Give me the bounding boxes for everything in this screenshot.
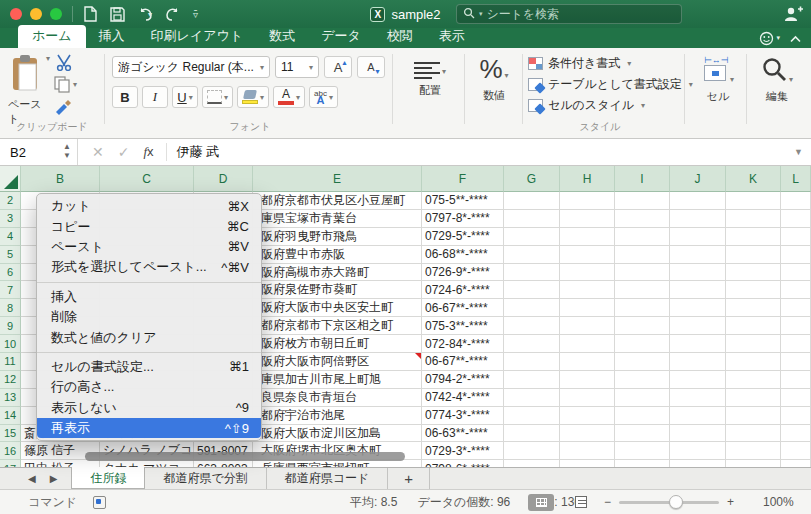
cell[interactable] <box>781 281 811 299</box>
cut-button[interactable] <box>54 54 74 71</box>
cell[interactable]: 0729-3*-**** <box>422 442 504 460</box>
cell[interactable]: 06-67**-**** <box>422 353 504 371</box>
minimize-window-button[interactable] <box>30 8 42 20</box>
save-icon[interactable] <box>110 7 125 22</box>
cell[interactable] <box>726 210 781 228</box>
zoom-slider-knob[interactable] <box>669 495 683 509</box>
ribbon-tab[interactable]: ホーム <box>18 25 86 48</box>
zoom-in-button[interactable]: + <box>727 495 734 509</box>
cell[interactable] <box>670 425 726 443</box>
sheet-nav-right-icon[interactable]: ▶ <box>50 473 58 484</box>
select-all-corner[interactable] <box>0 166 21 192</box>
cell[interactable] <box>560 264 615 282</box>
cell[interactable] <box>615 210 670 228</box>
cell[interactable] <box>560 299 615 317</box>
enter-icon[interactable]: ✓ <box>118 144 130 160</box>
zoom-slider[interactable] <box>619 501 719 504</box>
edit-button[interactable]: ▾ 編集 <box>752 56 802 104</box>
cell[interactable] <box>781 210 811 228</box>
row-header[interactable]: 14 <box>0 407 21 425</box>
cell[interactable] <box>670 460 726 467</box>
add-sheet-button[interactable]: + <box>388 468 430 489</box>
feedback-smiley-icon[interactable]: ▾ <box>759 31 780 46</box>
cell[interactable] <box>670 299 726 317</box>
cell[interactable]: 阪府羽曳野市飛鳥 <box>253 228 422 246</box>
cell[interactable] <box>615 407 670 425</box>
cell[interactable] <box>615 228 670 246</box>
cell[interactable] <box>781 407 811 425</box>
zoom-out-button[interactable]: − <box>604 495 611 509</box>
cell[interactable]: 田中 松子 <box>21 460 100 467</box>
cancel-icon[interactable]: ✕ <box>92 144 104 160</box>
cell[interactable] <box>560 317 615 335</box>
cell[interactable] <box>504 389 560 407</box>
cell[interactable] <box>615 335 670 353</box>
cell[interactable] <box>560 460 615 467</box>
italic-button[interactable]: I <box>142 86 168 108</box>
sheet-tab[interactable]: 都道府県で分割 <box>145 468 266 489</box>
page-layout-view-button[interactable] <box>568 494 594 511</box>
context-menu-item[interactable]: 数式と値のクリア <box>37 327 261 347</box>
ribbon-tab[interactable]: 表示 <box>426 25 478 48</box>
row-header[interactable]: 8 <box>0 299 21 317</box>
cell[interactable] <box>504 407 560 425</box>
cell[interactable] <box>504 335 560 353</box>
cell[interactable] <box>670 371 726 389</box>
cell[interactable] <box>781 264 811 282</box>
cell[interactable] <box>504 442 560 460</box>
cell[interactable] <box>781 425 811 443</box>
cell[interactable] <box>560 353 615 371</box>
column-header[interactable]: L <box>781 166 811 192</box>
column-header[interactable]: F <box>422 166 504 192</box>
row-header[interactable]: 2 <box>0 192 21 210</box>
cell[interactable] <box>615 246 670 264</box>
row-header[interactable]: 10 <box>0 335 21 353</box>
cell[interactable] <box>670 353 726 371</box>
sheet-tab[interactable]: 住所録 <box>71 467 145 489</box>
context-menu-item[interactable]: 削除 <box>37 307 261 327</box>
cell[interactable] <box>781 460 811 467</box>
ribbon-tab[interactable]: 数式 <box>256 25 308 48</box>
cell[interactable] <box>781 335 811 353</box>
normal-view-button[interactable] <box>528 494 554 511</box>
zoom-window-button[interactable] <box>50 8 62 20</box>
cell[interactable] <box>504 299 560 317</box>
cell[interactable] <box>615 281 670 299</box>
column-header[interactable]: E <box>253 166 422 192</box>
ribbon-tab[interactable]: データ <box>308 25 374 48</box>
toolbar-options-icon[interactable]: ▿̄ <box>193 9 198 20</box>
format-painter-button[interactable] <box>54 98 73 115</box>
style-menu-button[interactable]: セルのスタイル▾ <box>528 95 693 116</box>
cell[interactable] <box>726 425 781 443</box>
cell[interactable] <box>670 228 726 246</box>
cell[interactable] <box>504 371 560 389</box>
redo-icon[interactable] <box>164 7 181 22</box>
cell[interactable] <box>670 442 726 460</box>
name-box-stepper[interactable]: ▲▼ <box>63 142 71 160</box>
row-header[interactable]: 13 <box>0 389 21 407</box>
cell[interactable] <box>781 192 811 210</box>
fill-color-button[interactable]: ▾ <box>237 86 269 108</box>
row-header[interactable]: 4 <box>0 228 21 246</box>
cell[interactable] <box>726 335 781 353</box>
bold-button[interactable]: B <box>112 86 138 108</box>
context-menu-item[interactable]: 再表示^⇧9 <box>37 418 261 438</box>
name-box[interactable]: B2 ▲▼ <box>0 139 78 165</box>
context-menu-item[interactable]: 行の高さ... <box>37 377 261 397</box>
cell[interactable]: 阪府泉佐野市葵町 <box>253 281 422 299</box>
search-input[interactable]: ▾ シートを検索 <box>456 4 682 24</box>
increase-font-size-button[interactable]: A▲ <box>324 56 352 78</box>
sheet-tab[interactable]: 都道府県コード <box>267 468 389 489</box>
cell[interactable]: 06-67**-**** <box>422 299 504 317</box>
cell[interactable] <box>615 299 670 317</box>
ribbon-tab[interactable]: 挿入 <box>86 25 138 48</box>
row-header[interactable]: 5 <box>0 246 21 264</box>
cell[interactable] <box>615 264 670 282</box>
cell[interactable] <box>504 246 560 264</box>
cell[interactable]: 阪府豊中市赤阪 <box>253 246 422 264</box>
row-header[interactable]: 7 <box>0 281 21 299</box>
cell[interactable] <box>726 389 781 407</box>
cell[interactable] <box>781 389 811 407</box>
cell[interactable] <box>670 281 726 299</box>
cell[interactable] <box>504 228 560 246</box>
